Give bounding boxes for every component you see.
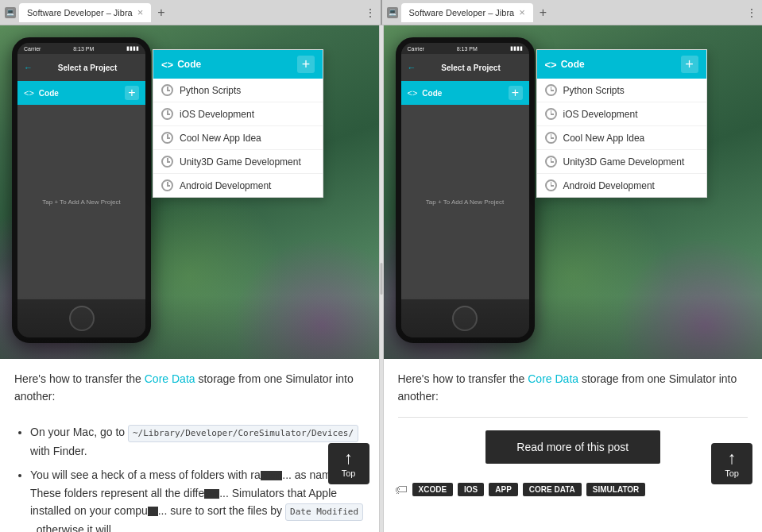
read-more-button[interactable]: Read more of this post [485,430,660,464]
right-column: Carrier 8:13 PM ▮▮▮▮ ← Select a Project … [384,25,763,532]
left-top-button[interactable]: ↑ Top [328,443,369,484]
left-article: Here's how to transfer the Core Data sto… [0,359,379,532]
dropdown-item-2[interactable]: Cool New App Idea [153,126,323,150]
tag-core-data[interactable]: CORE DATA [523,483,582,496]
left-list-item-2: You will see a heck of a mess of folders… [30,466,365,532]
right-top-btn-container: ↑ Top [711,443,752,484]
right-dropdown-label-2: Cool New App Idea [563,133,645,144]
right-history-icon-2 [545,132,557,144]
left-code-brackets: <> [24,88,34,98]
left-favicon: 💻 [5,7,16,18]
left-tab-label: Software Developer – Jibra [27,8,133,17]
right-code-brackets-icon: <> [408,88,418,98]
left-redacted: ndom [261,471,283,480]
left-dropdown-plus-btn[interactable]: + [297,56,315,73]
right-code-plus[interactable]: + [509,86,523,100]
dropdown-item-1[interactable]: iOS Development [153,102,323,126]
left-dropdown-title: <> Code [161,59,201,71]
left-article-list: On your Mac, go to ~/Library/Developer/C… [30,423,365,532]
history-icon-2 [161,132,173,144]
left-bg-gradient-bottom [0,295,379,359]
history-icon-1 [161,108,173,120]
right-dropdown-item-1[interactable]: iOS Development [537,102,706,126]
tag-xcode[interactable]: XCODE [412,483,454,496]
left-redacted2: rent [204,489,219,499]
right-browser-bar: 💻 Software Developer – Jibra × + ⋮ [382,0,763,25]
left-dropdown-panel: <> Code + Python Scripts iOS De [153,49,323,198]
right-carrier: Carrier [408,46,424,52]
right-dropdown-item-4[interactable]: Android Development [537,174,706,197]
right-dropdown-item-2[interactable]: Cool New App Idea [537,126,706,150]
left-redacted3: ter [148,507,158,516]
history-icon-0 [161,84,173,96]
dropdown-item-0[interactable]: Python Scripts [153,79,323,102]
left-article-text: Here's how to transfer the Core Data sto… [14,370,365,406]
dropdown-item-4[interactable]: Android Development [153,174,323,197]
right-new-tab-btn[interactable]: + [536,6,550,20]
left-phone-container: Carrier 8:13 PM ▮▮▮▮ ← Select a Project … [0,25,379,359]
right-tab[interactable]: Software Developer – Jibra × [401,3,533,22]
left-browser-bar: 💻 Software Developer – Jibra × + ⋮ [0,0,382,25]
left-tab[interactable]: Software Developer – Jibra × [19,3,151,22]
dropdown-item-label-1: iOS Development [180,109,254,120]
right-phone-content: Tap + To Add A New Project [401,105,529,299]
right-menu-icon[interactable]: ⋮ [746,6,757,19]
tags-row: 🏷 XCODE IOS APP CORE DATA SIMULATOR [384,476,763,503]
left-top-label: Top [342,468,356,478]
tag-simulator[interactable]: SIMULATOR [586,483,646,496]
left-new-tab-btn[interactable]: + [154,6,168,20]
right-dropdown-label-1: iOS Development [563,109,638,120]
left-dropdown-header: <> Code + [153,50,323,79]
left-dropdown-code-label: Code [177,59,201,70]
right-top-label: Top [725,468,739,478]
right-top-arrow-icon: ↑ [728,449,737,467]
read-more-container: Read more of this post [384,418,763,476]
right-tap-hint: Tap + To Add A New Project [420,192,510,212]
tag-ios[interactable]: IOS [458,483,484,496]
right-tab-label: Software Developer – Jibra [409,8,515,17]
core-data-highlight-right: Core Data [528,372,578,385]
history-icon-3 [161,156,173,168]
right-dropdown-label-4: Android Development [563,180,655,191]
right-dropdown-label-3: Unity3D Game Development [563,156,685,168]
left-menu-icon[interactable]: ⋮ [365,6,376,19]
left-column: Carrier 8:13 PM ▮▮▮▮ ← Select a Project … [0,25,379,532]
right-tab-close[interactable]: × [519,6,525,18]
right-article-text: Here's how to transfer the Core Data sto… [398,370,748,406]
right-back-arrow[interactable]: ← [408,63,416,72]
right-time: 8:13 PM [457,46,478,52]
right-phone-container: Carrier 8:13 PM ▮▮▮▮ ← Select a Project … [384,25,763,359]
right-phone-screen: Carrier 8:13 PM ▮▮▮▮ ← Select a Project … [401,43,529,337]
right-status-bar: Carrier 8:13 PM ▮▮▮▮ [401,43,529,54]
divider-handle [380,263,382,295]
right-dropdown-label-0: Python Scripts [563,85,625,96]
dropdown-item-label-2: Cool New App Idea [180,133,261,144]
left-code-plus[interactable]: + [125,86,139,100]
right-code-brackets-header: <> [545,59,557,71]
left-top-btn-container: ↑ Top [328,443,369,484]
right-favicon: 💻 [387,7,398,18]
left-status-bar: Carrier 8:13 PM ▮▮▮▮ [17,43,145,54]
left-tab-close[interactable]: × [137,6,144,18]
left-dropdown-list: Python Scripts iOS Development Cool New … [153,79,323,197]
left-carrier: Carrier [24,46,41,52]
right-bg-gradient-bottom [384,295,763,359]
tags-icon: 🏷 [395,483,408,497]
code-snippet-2: Date Modified [285,503,363,521]
right-dropdown-item-3[interactable]: Unity3D Game Development [537,150,706,174]
left-back-arrow[interactable]: ← [24,63,33,72]
code-snippet-1: ~/Library/Developer/CoreSimulator/Device… [128,425,358,442]
left-nav-bar: ← Select a Project [17,54,145,81]
right-history-icon-0 [545,84,557,96]
right-dropdown-panel: <> Code + Python Scripts iOS Development [536,49,707,198]
right-top-button[interactable]: ↑ Top [711,443,752,484]
left-list-item-1: On your Mac, go to ~/Library/Developer/C… [30,423,365,460]
right-dropdown-list: Python Scripts iOS Development Cool New … [537,79,706,197]
right-history-icon-1 [545,108,557,120]
right-code-bar: <> Code + [401,81,529,105]
dropdown-item-3[interactable]: Unity3D Game Development [153,150,323,174]
right-dropdown-plus-btn[interactable]: + [681,56,698,73]
tag-app[interactable]: APP [489,483,518,496]
left-time: 8:13 PM [73,46,94,52]
right-dropdown-item-0[interactable]: Python Scripts [537,79,706,102]
